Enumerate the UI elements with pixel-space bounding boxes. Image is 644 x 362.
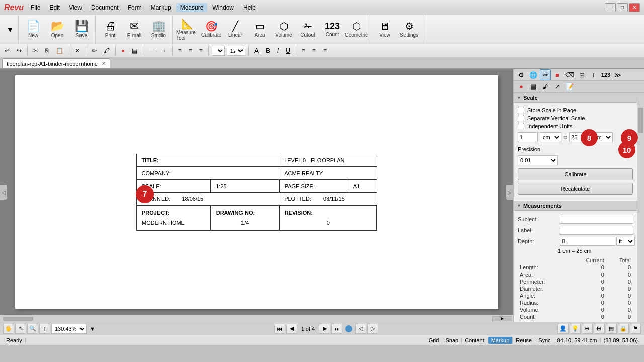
geometric-button[interactable]: ⬡ Geometric bbox=[345, 17, 368, 43]
nav-person-button[interactable]: 👤 bbox=[557, 324, 569, 334]
settings-button[interactable]: ⚙ Settings bbox=[397, 17, 421, 43]
menu-window[interactable]: Window bbox=[208, 3, 238, 12]
h-scroll-thumb[interactable] bbox=[3, 317, 33, 321]
email-button[interactable]: ✉ E-mail bbox=[123, 17, 146, 43]
menu-file[interactable]: File bbox=[27, 3, 44, 12]
close-button[interactable]: ✕ bbox=[629, 3, 640, 12]
volume-button[interactable]: ⬡ Volume bbox=[272, 17, 295, 43]
zoom-select[interactable]: 130.43% 100% 75% bbox=[51, 324, 87, 334]
measurements-section-header[interactable]: ▼ Measurements bbox=[514, 201, 644, 211]
new-button[interactable]: 📄 New bbox=[22, 17, 45, 43]
label-input[interactable] bbox=[560, 226, 633, 235]
pen-button[interactable]: ✏ bbox=[89, 46, 99, 55]
panel-eraser-icon[interactable]: ⌫ bbox=[564, 69, 575, 80]
nav-first-page-button[interactable]: ⏮ bbox=[274, 324, 285, 334]
fill-button[interactable]: ▤ bbox=[129, 46, 140, 55]
nav-cursor-button[interactable]: ↖ bbox=[15, 324, 26, 334]
nav-last-page-button[interactable]: ⏭ bbox=[331, 324, 342, 334]
measure-tool-button[interactable]: 📐 Measure Tool bbox=[176, 17, 199, 43]
align-left-button[interactable]: ≡ bbox=[176, 46, 184, 55]
calibrate-btn[interactable]: Calibrate bbox=[518, 168, 633, 180]
redo-button[interactable]: ↪ bbox=[14, 46, 24, 55]
nav-flag-button[interactable]: ⚑ bbox=[630, 324, 641, 334]
nav-text-button[interactable]: T bbox=[39, 324, 50, 334]
right-panel-handle[interactable]: ▷ bbox=[506, 185, 513, 200]
panel-extra-icon[interactable]: ≫ bbox=[612, 69, 623, 80]
text-align2-button[interactable]: ≡ bbox=[310, 46, 318, 55]
panel-pen-active-icon[interactable]: ✏ bbox=[540, 69, 551, 80]
nav-prev-page-button[interactable]: ◀ bbox=[286, 324, 297, 334]
highlight-button[interactable]: 🖍 bbox=[101, 46, 112, 55]
depth-input[interactable] bbox=[560, 237, 615, 246]
canvas-area[interactable]: ◁ ▷ TITLE: LEVEL 0 - FLOORPLAN bbox=[0, 69, 513, 322]
panel-settings-icon[interactable]: ⚙ bbox=[516, 69, 527, 80]
dropdown-arrow-button[interactable]: ▼ bbox=[4, 17, 16, 43]
menu-edit[interactable]: Edit bbox=[45, 3, 64, 12]
status-markup[interactable]: Markup bbox=[488, 337, 513, 344]
panel-vertical-scrollbar[interactable] bbox=[637, 98, 644, 322]
undo-button[interactable]: ↩ bbox=[2, 46, 12, 55]
linear-button[interactable]: ╱ Linear bbox=[224, 17, 247, 43]
align-right-button[interactable]: ≡ bbox=[197, 46, 205, 55]
nav-layout2-button[interactable]: ▤ bbox=[606, 324, 617, 334]
line-style-button[interactable]: ─ bbox=[146, 46, 156, 55]
minimize-button[interactable]: — bbox=[605, 3, 616, 12]
status-reuse[interactable]: Reuse bbox=[513, 337, 535, 343]
scale-section-header[interactable]: ▼ Scale bbox=[514, 93, 644, 103]
menu-measure[interactable]: Measure bbox=[176, 3, 208, 12]
menu-markup[interactable]: Markup bbox=[147, 3, 175, 12]
panel-recentcolor-icon[interactable]: ▤ bbox=[528, 81, 539, 92]
print-button[interactable]: 🖨 Print bbox=[99, 17, 122, 43]
panel-stamp-icon[interactable]: ⊞ bbox=[576, 69, 587, 80]
depth-unit-select[interactable]: ft m cm bbox=[616, 237, 635, 246]
paste-button[interactable]: 📋 bbox=[53, 46, 66, 55]
status-grid[interactable]: Grid bbox=[426, 337, 443, 343]
calibrate-button[interactable]: 🎯 Calibrate bbox=[200, 17, 223, 43]
nav-bulb-button[interactable]: 💡 bbox=[570, 324, 581, 334]
maximize-button[interactable]: □ bbox=[617, 3, 628, 12]
copy-button[interactable]: ⎘ bbox=[43, 46, 51, 55]
status-content[interactable]: Content bbox=[462, 337, 488, 343]
italic-button[interactable]: I bbox=[275, 46, 281, 55]
panel-note-icon[interactable]: 📝 bbox=[564, 81, 575, 92]
nav-layout1-button[interactable]: ⊞ bbox=[594, 324, 605, 334]
panel-brush-icon[interactable]: 🖌 bbox=[540, 81, 551, 92]
nav-extra1-button[interactable]: ⊕ bbox=[582, 324, 593, 334]
nav-icon1-button[interactable]: 🖐 bbox=[3, 324, 14, 334]
count-button[interactable]: 123 Count bbox=[320, 17, 344, 43]
panel-color-icon[interactable]: ■ bbox=[552, 69, 563, 80]
delete-button[interactable]: ✕ bbox=[72, 46, 83, 55]
arrow-button[interactable]: → bbox=[158, 46, 169, 55]
bold-button[interactable]: B bbox=[263, 46, 273, 55]
h-scroll-right-btn[interactable]: ▶ bbox=[492, 316, 512, 321]
independent-units-checkbox[interactable] bbox=[518, 123, 524, 129]
menu-document[interactable]: Document bbox=[87, 3, 123, 12]
precision-select[interactable]: 0.01 0.1 1 bbox=[518, 155, 558, 165]
horizontal-scrollbar[interactable]: ▶ bbox=[0, 315, 513, 322]
panel-export-icon[interactable]: ↗ bbox=[552, 81, 563, 92]
cut-button[interactable]: ✂ bbox=[31, 46, 41, 55]
cutout-button[interactable]: ✁ Cutout bbox=[296, 17, 319, 43]
open-button[interactable]: 📂 Open bbox=[46, 17, 69, 43]
panel-123-icon[interactable]: 123 bbox=[600, 69, 611, 80]
nav-next-page-button[interactable]: ▶ bbox=[319, 324, 330, 334]
save-button[interactable]: 💾 Save bbox=[70, 17, 93, 43]
view-button[interactable]: 🖥 View bbox=[373, 17, 396, 43]
color-button[interactable]: ● bbox=[119, 46, 127, 55]
tab-close-button[interactable]: ✕ bbox=[102, 61, 106, 66]
font-family-select[interactable] bbox=[212, 46, 225, 56]
menu-view[interactable]: View bbox=[65, 3, 86, 12]
menu-help[interactable]: Help bbox=[239, 3, 260, 12]
status-snap[interactable]: Snap bbox=[442, 337, 462, 343]
subject-input[interactable] bbox=[560, 215, 633, 224]
scale-from-input[interactable] bbox=[518, 132, 538, 142]
nav-zoom-button[interactable]: 🔍 bbox=[27, 324, 38, 334]
panel-text-icon[interactable]: T bbox=[588, 69, 599, 80]
align-center-button[interactable]: ≡ bbox=[186, 46, 195, 55]
nav-lock-button[interactable]: 🔒 bbox=[618, 324, 629, 334]
store-scale-checkbox[interactable] bbox=[518, 107, 524, 113]
scale-from-unit-select[interactable]: cm mm m in bbox=[540, 132, 561, 142]
panel-v-scroll-thumb[interactable] bbox=[638, 108, 643, 133]
panel-color2-icon[interactable]: ● bbox=[516, 81, 527, 92]
status-sync[interactable]: Sync bbox=[535, 337, 554, 343]
